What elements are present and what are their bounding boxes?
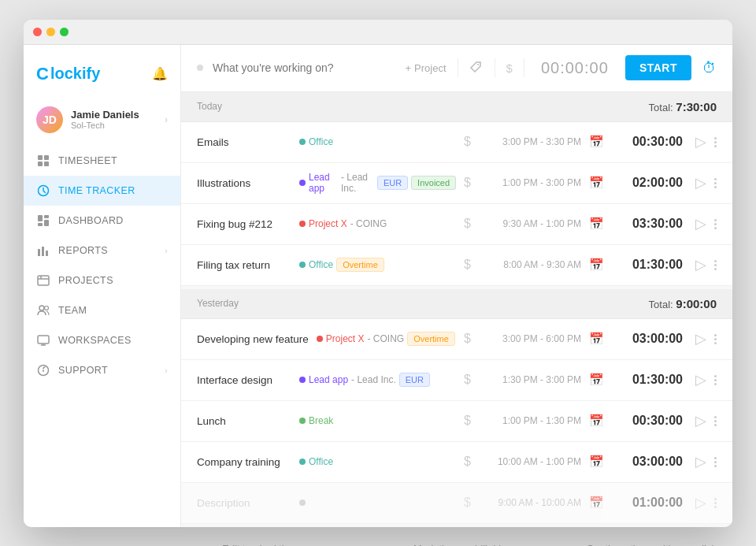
calendar-icon[interactable]: 📅 — [589, 217, 604, 231]
more-menu-button[interactable] — [714, 137, 717, 147]
time-range[interactable]: 3:00 PM - 6:00 PM — [479, 333, 581, 344]
calendar-icon[interactable]: 📅 — [589, 135, 604, 149]
billable-icon[interactable]: $ — [464, 217, 471, 231]
svg-rect-12 — [38, 276, 49, 285]
time-range[interactable]: 8:00 AM - 9:30 AM — [479, 259, 581, 270]
project-name[interactable]: Office — [309, 456, 333, 467]
billable-icon[interactable]: $ — [464, 135, 471, 149]
entry-description[interactable]: Description — [197, 497, 291, 509]
entry-description[interactable]: Company training — [197, 456, 291, 468]
play-button[interactable]: ▷ — [695, 133, 706, 150]
play-button[interactable]: ▷ — [695, 215, 706, 232]
time-range[interactable]: 1:00 PM - 1:30 PM — [479, 415, 581, 426]
calendar-icon[interactable]: 📅 — [589, 176, 604, 190]
entry-description[interactable]: Lunch — [197, 415, 291, 427]
project-color-dot — [299, 180, 306, 186]
project-name[interactable]: Office — [309, 259, 333, 270]
timer-actions: + Project $ 00:00:00 START — [405, 55, 717, 80]
play-button[interactable]: ▷ — [695, 256, 706, 273]
project-name[interactable]: Break — [309, 415, 333, 426]
notifications-icon[interactable]: 🔔 — [152, 66, 168, 81]
sidebar-item-time-tracker[interactable]: TIME TRACKER — [24, 176, 180, 206]
play-button[interactable]: ▷ — [695, 412, 706, 429]
calendar-icon[interactable]: 📅 — [589, 332, 604, 346]
sidebar-item-projects[interactable]: PROJECTS — [24, 266, 180, 295]
entry-project: Office — [299, 456, 456, 467]
sidebar-item-support[interactable]: SUPPORT › — [24, 355, 180, 385]
sidebar-item-team[interactable]: TEAM — [24, 295, 180, 325]
time-range[interactable]: 9:30 AM - 1:00 PM — [479, 218, 581, 229]
time-range[interactable]: 9:00 AM - 10:00 AM — [479, 497, 581, 508]
badge-invoiced: Invoiced — [411, 176, 456, 190]
time-range[interactable]: 10:00 AM - 1:00 PM — [479, 456, 581, 467]
more-menu-button[interactable] — [714, 334, 717, 344]
entry-description[interactable]: Fixing bug #212 — [197, 218, 291, 230]
more-menu-button[interactable] — [714, 457, 717, 467]
entry-description[interactable]: Emails — [197, 136, 291, 148]
more-menu-button[interactable] — [714, 375, 717, 385]
more-menu-button[interactable] — [714, 416, 717, 426]
play-button[interactable]: ▷ — [695, 330, 706, 347]
today-group: Today Total: 7:30:00 Emails Office — [181, 92, 732, 286]
billable-icon[interactable]: $ — [464, 496, 471, 510]
sidebar-item-label: TIME TRACKER — [58, 185, 135, 196]
description-input[interactable] — [213, 61, 395, 74]
tag-button[interactable] — [469, 61, 484, 75]
entry-project: Lead app - Lead Inc. EUR Invoiced — [299, 172, 456, 194]
divider — [495, 58, 495, 77]
project-name[interactable]: Lead app — [309, 374, 348, 385]
calendar-icon[interactable]: 📅 — [589, 414, 604, 428]
table-row: Company training Office $ 10:00 AM - 1:0… — [181, 442, 732, 483]
more-menu-button[interactable] — [714, 178, 717, 188]
calendar-icon[interactable]: 📅 — [589, 258, 604, 272]
minimize-button[interactable] — [46, 28, 55, 36]
play-button[interactable]: ▷ — [695, 174, 706, 191]
annotation-billable: Mark time as billable — [413, 543, 507, 547]
entry-description[interactable]: Developing new feature — [197, 333, 309, 345]
billable-icon[interactable]: $ — [464, 373, 471, 387]
close-button[interactable] — [33, 28, 42, 36]
project-color-dot — [317, 336, 323, 342]
time-range[interactable]: 3:00 PM - 3:30 PM — [479, 136, 581, 147]
billable-icon[interactable]: $ — [464, 176, 471, 190]
project-name[interactable]: Lead app — [309, 172, 338, 194]
billable-toggle-button[interactable]: $ — [506, 61, 513, 75]
time-range[interactable]: 1:30 PM - 3:00 PM — [479, 374, 581, 385]
more-menu-button[interactable] — [714, 498, 717, 508]
sidebar-item-dashboard[interactable]: DASHBOARD — [24, 206, 180, 236]
calendar-icon[interactable]: 📅 — [589, 373, 604, 387]
play-button[interactable]: ▷ — [695, 494, 706, 511]
timer-history-icon[interactable]: ⏱ — [702, 60, 717, 76]
billable-icon[interactable]: $ — [464, 455, 471, 469]
project-name[interactable]: Project X — [309, 218, 347, 229]
entry-description[interactable]: Filing tax return — [197, 259, 291, 271]
sidebar-item-workspaces[interactable]: WORKSPACES — [24, 325, 180, 355]
svg-rect-3 — [44, 162, 49, 166]
play-button[interactable]: ▷ — [695, 371, 706, 388]
billable-icon[interactable]: $ — [464, 332, 471, 346]
table-row: Fixing bug #212 Project X - COING $ 9:30… — [181, 204, 732, 245]
add-project-button[interactable]: + Project — [405, 62, 446, 74]
user-profile[interactable]: JD Jamie Daniels Sol-Tech › — [24, 100, 180, 139]
project-name[interactable]: Office — [309, 136, 333, 147]
billable-icon[interactable]: $ — [464, 258, 471, 272]
yesterday-header: Yesterday Total: 9:00:00 — [181, 289, 732, 319]
main-content: + Project $ 00:00:00 START — [181, 45, 732, 527]
calendar-icon[interactable]: 📅 — [589, 496, 604, 510]
sidebar-item-timesheet[interactable]: TIMESHEET — [24, 146, 180, 176]
start-button[interactable]: START — [625, 55, 691, 80]
billable-icon[interactable]: $ — [464, 414, 471, 428]
entry-description[interactable]: Illustrations — [197, 177, 291, 189]
more-menu-button[interactable] — [714, 219, 717, 229]
play-button[interactable]: ▷ — [695, 453, 706, 470]
project-client: - COING — [368, 333, 405, 344]
maximize-button[interactable] — [60, 28, 69, 36]
more-menu-button[interactable] — [714, 260, 717, 270]
sidebar-item-reports[interactable]: REPORTS › — [24, 236, 180, 266]
entry-project: Office Overtime — [299, 258, 456, 272]
project-name[interactable]: Project X — [326, 333, 365, 344]
entry-description[interactable]: Interface design — [197, 374, 291, 386]
calendar-icon[interactable]: 📅 — [589, 455, 604, 469]
time-range[interactable]: 1:00 PM - 3:00 PM — [479, 177, 581, 188]
entry-project: Break — [299, 415, 456, 426]
